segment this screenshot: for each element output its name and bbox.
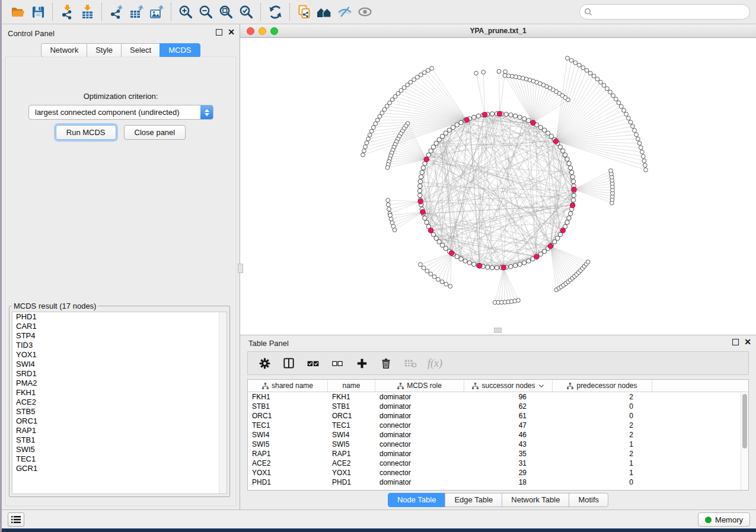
delete-column-button[interactable] [379, 356, 393, 370]
graph-leaf-node[interactable] [365, 141, 369, 145]
table-row[interactable]: YOX1 YOX1 connector 29 1 [248, 468, 748, 477]
graph-node[interactable] [490, 265, 494, 270]
graph-node[interactable] [568, 211, 572, 216]
graph-leaf-node[interactable] [622, 108, 626, 113]
mcds-result-item[interactable]: RAP1 [12, 426, 227, 435]
tab-style[interactable]: Style [87, 43, 122, 57]
graph-node[interactable] [472, 262, 476, 266]
graph-leaf-node[interactable] [627, 116, 631, 120]
fit-content-button[interactable] [216, 2, 236, 21]
close-window-icon[interactable] [247, 27, 254, 35]
graph-leaf-node[interactable] [385, 165, 390, 169]
column-header-mcds-role[interactable]: MCDS role [375, 380, 464, 392]
column-header-name[interactable]: name [328, 380, 375, 392]
mcds-result-item[interactable]: SWI5 [12, 445, 227, 454]
graph-node-mcds[interactable] [424, 157, 429, 162]
import-network-button[interactable] [57, 2, 77, 21]
graph-node-mcds[interactable] [428, 228, 433, 233]
graph-node[interactable] [561, 149, 565, 153]
graph-node[interactable] [455, 255, 459, 259]
graph-leaf-node[interactable] [602, 84, 606, 88]
graph-node[interactable] [437, 137, 441, 142]
mcds-result-item[interactable]: STP4 [12, 331, 227, 341]
graph-leaf-node[interactable] [503, 70, 508, 74]
graph-node[interactable] [426, 153, 430, 157]
graph-leaf-node[interactable] [566, 56, 570, 60]
tab-node-table[interactable]: Node Table [388, 493, 446, 507]
graph-node[interactable] [567, 216, 571, 220]
search-input[interactable] [579, 4, 750, 20]
tab-select[interactable]: Select [121, 43, 160, 57]
apply-layout-button[interactable] [265, 2, 285, 21]
graph-node-mcds[interactable] [560, 228, 566, 233]
graph-node[interactable] [527, 259, 531, 263]
graph-leaf-node[interactable] [503, 73, 507, 78]
graph-node[interactable] [546, 131, 550, 135]
column-header-shared-name[interactable]: shared name [248, 380, 328, 392]
graph-node[interactable] [542, 249, 546, 254]
zoom-selected-button[interactable] [236, 2, 256, 21]
graph-node[interactable] [423, 216, 427, 220]
mcds-result-item[interactable]: ORC1 [12, 416, 227, 426]
tab-edge-table[interactable]: Edge Table [445, 493, 502, 507]
graph-node[interactable] [538, 125, 543, 129]
mcds-result-item[interactable]: PMA2 [12, 379, 227, 388]
column-header-predecessor-nodes[interactable]: predecessor nodes [553, 380, 652, 392]
graph-node[interactable] [451, 125, 455, 129]
tab-mcds[interactable]: MCDS [160, 43, 200, 57]
mcds-result-item[interactable]: FKH1 [12, 388, 227, 398]
graph-leaf-node[interactable] [368, 133, 372, 137]
graph-leaf-node[interactable] [366, 137, 371, 141]
graph-node[interactable] [572, 193, 576, 197]
graph-node[interactable] [444, 131, 448, 135]
graph-leaf-node[interactable] [430, 66, 434, 70]
graph-node[interactable] [476, 114, 480, 118]
float-window-icon[interactable] [732, 339, 739, 345]
table-row[interactable]: TEC1 TEC1 connector 47 2 [248, 421, 748, 430]
graph-node[interactable] [570, 170, 574, 174]
graph-node[interactable] [522, 261, 526, 265]
table-row[interactable]: PHD1 PHD1 dominator 18 0 [248, 477, 748, 487]
graph-leaf-node[interactable] [440, 280, 444, 284]
mcds-result-list[interactable]: PHD1 CAR1 STP4 TID3 YOX1 SWI4 SRD1 PMA2 … [12, 312, 227, 494]
graph-leaf-node[interactable] [362, 149, 366, 153]
graph-leaf-node[interactable] [642, 159, 646, 163]
graph-node-mcds[interactable] [449, 251, 454, 256]
graph-node[interactable] [431, 145, 435, 149]
graph-leaf-node[interactable] [586, 260, 590, 264]
graph-node-mcds[interactable] [572, 187, 577, 192]
graph-leaf-node[interactable] [643, 164, 647, 168]
graph-node[interactable] [437, 240, 441, 244]
graph-leaf-node[interactable] [633, 129, 637, 133]
graph-node[interactable] [425, 220, 429, 225]
graph-node[interactable] [440, 134, 444, 138]
graph-node-mcds[interactable] [477, 263, 482, 268]
graph-leaf-node[interactable] [619, 104, 623, 108]
graph-node[interactable] [418, 193, 422, 197]
tab-network[interactable]: Network [41, 43, 87, 57]
graph-node-mcds[interactable] [570, 203, 575, 209]
graph-leaf-node[interactable] [609, 169, 613, 173]
close-panel-icon[interactable]: ✕ [744, 339, 751, 345]
clone-network-button[interactable] [294, 2, 314, 21]
horizontal-splitter-handle[interactable] [494, 328, 502, 333]
graph-leaf-node[interactable] [641, 155, 645, 159]
graph-node-mcds[interactable] [553, 139, 559, 144]
graph-leaf-node[interactable] [578, 63, 582, 68]
toggle-columns-button[interactable] [282, 356, 296, 370]
graph-node[interactable] [513, 114, 517, 118]
graph-node[interactable] [455, 123, 459, 127]
graph-node[interactable] [565, 220, 569, 225]
graph-node[interactable] [420, 170, 424, 174]
close-panel-icon[interactable]: ✕ [228, 29, 235, 36]
graph-leaf-node[interactable] [393, 228, 397, 232]
run-mcds-button[interactable]: Run MCDS [56, 125, 116, 140]
maximize-window-icon[interactable] [270, 27, 278, 35]
graph-node[interactable] [495, 265, 499, 270]
graph-leaf-node[interactable] [644, 168, 648, 172]
table-scrollbar[interactable] [741, 393, 748, 490]
graph-leaf-node[interactable] [444, 282, 448, 286]
graph-node[interactable] [565, 157, 569, 161]
graph-leaf-node[interactable] [429, 272, 433, 276]
graph-node[interactable] [419, 175, 423, 179]
